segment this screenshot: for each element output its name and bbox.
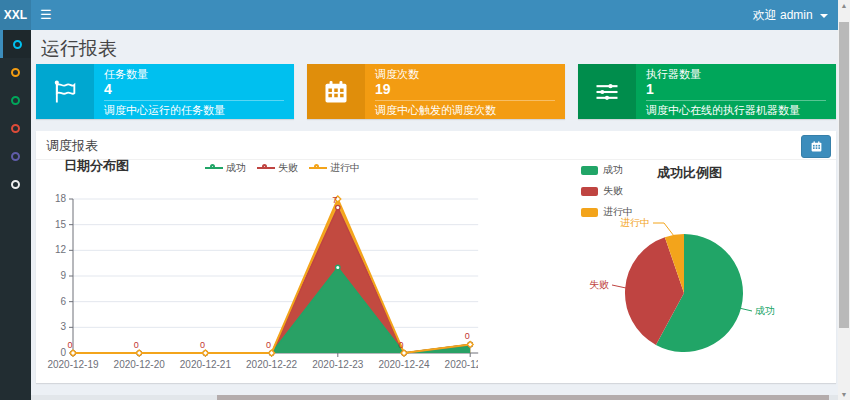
schedule-report-panel: 调度报表 日期分布图 成功失败进行中 成功比例图 成功失败进行中 0369121…: [36, 131, 836, 383]
stat-card-triggers[interactable]: 调度次数 19 调度中心触发的调度次数: [307, 64, 565, 119]
vertical-scrollbar[interactable]: ▲ ▼: [838, 0, 850, 400]
svg-text:9: 9: [60, 270, 66, 281]
panel-title: 调度报表: [46, 131, 98, 160]
caret-down-icon: [820, 14, 828, 18]
charts-canvas[interactable]: 03691215182020-12-192020-12-202020-12-21…: [36, 161, 836, 383]
sidebar-item-6[interactable]: [0, 170, 31, 198]
svg-text:0: 0: [200, 340, 205, 350]
circle-icon: [11, 180, 20, 189]
circle-icon: [13, 40, 22, 49]
hamburger-icon: ☰: [40, 7, 52, 22]
svg-text:15: 15: [55, 219, 67, 230]
stat-card-jobs[interactable]: 任务数量 4 调度中心运行的任务数量: [36, 64, 294, 119]
calendar-icon: [307, 64, 365, 119]
flag-icon: [36, 64, 94, 119]
svg-text:成功: 成功: [755, 305, 775, 316]
sidebar-item-3[interactable]: [0, 86, 31, 114]
circle-icon: [11, 96, 20, 105]
scroll-up-icon[interactable]: ▲: [838, 2, 850, 9]
circle-icon: [11, 152, 20, 161]
svg-text:2020-12-20: 2020-12-20: [114, 359, 166, 370]
stat-card-executors[interactable]: 执行器数量 1 调度中心在线的执行器机器数量: [578, 64, 836, 119]
sliders-icon: [578, 64, 636, 119]
svg-text:0: 0: [134, 340, 139, 350]
stat-card-desc: 调度中心运行的任务数量: [104, 104, 284, 117]
stat-card-desc: 调度中心触发的调度次数: [375, 104, 555, 117]
sidebar-item-4[interactable]: [0, 114, 31, 142]
date-range-button[interactable]: [801, 135, 831, 158]
stat-card-value: 4: [104, 81, 284, 101]
stat-card-label: 调度次数: [375, 67, 555, 81]
svg-text:0: 0: [465, 331, 470, 341]
svg-text:0: 0: [60, 347, 66, 358]
user-dropdown[interactable]: 欢迎 admin: [753, 0, 828, 30]
vertical-scrollbar-thumb[interactable]: [839, 22, 849, 328]
svg-text:0: 0: [67, 340, 72, 350]
svg-text:2020-12-19: 2020-12-19: [47, 359, 99, 370]
sidebar-nav: [0, 30, 31, 400]
top-navbar: XXL ☰ 欢迎 admin: [0, 0, 850, 30]
svg-text:2020-12-24: 2020-12-24: [378, 359, 430, 370]
svg-text:6: 6: [60, 296, 66, 307]
svg-text:18: 18: [55, 193, 67, 204]
svg-text:2020-12-25: 2020-12-25: [445, 359, 497, 370]
sidebar-item-2[interactable]: [0, 58, 31, 86]
svg-text:3: 3: [60, 321, 66, 332]
circle-icon: [11, 68, 20, 77]
circle-icon: [11, 124, 20, 133]
stat-cards-row: 任务数量 4 调度中心运行的任务数量 调度次数 19 调度中心触发的调度次数: [36, 64, 836, 119]
stat-card-label: 执行器数量: [646, 67, 826, 81]
svg-text:进行中: 进行中: [620, 217, 650, 228]
svg-text:0: 0: [266, 340, 271, 350]
calendar-icon: [810, 140, 823, 153]
svg-text:7: 7: [332, 195, 337, 205]
scroll-down-icon[interactable]: ▼: [838, 391, 850, 398]
user-label: 欢迎 admin: [753, 8, 813, 22]
svg-text:2020-12-22: 2020-12-22: [246, 359, 298, 370]
horizontal-scrollbar-thumb[interactable]: [217, 395, 829, 400]
sidebar-item-1[interactable]: [0, 30, 31, 58]
stat-card-label: 任务数量: [104, 67, 284, 81]
app-logo[interactable]: XXL: [0, 0, 31, 30]
sidebar-item-5[interactable]: [0, 142, 31, 170]
horizontal-scrollbar[interactable]: [31, 395, 850, 400]
sidebar-toggle-button[interactable]: ☰: [40, 0, 52, 30]
svg-text:12: 12: [55, 244, 67, 255]
svg-text:0: 0: [398, 340, 403, 350]
svg-text:2020-12-23: 2020-12-23: [312, 359, 364, 370]
svg-text:2020-12-21: 2020-12-21: [180, 359, 232, 370]
stat-card-desc: 调度中心在线的执行器机器数量: [646, 104, 826, 117]
page-title: 运行报表: [41, 36, 117, 62]
stat-card-value: 19: [375, 81, 555, 101]
svg-text:失败: 失败: [589, 279, 609, 290]
stat-card-value: 1: [646, 81, 826, 101]
panel-header: 调度报表: [36, 131, 836, 160]
